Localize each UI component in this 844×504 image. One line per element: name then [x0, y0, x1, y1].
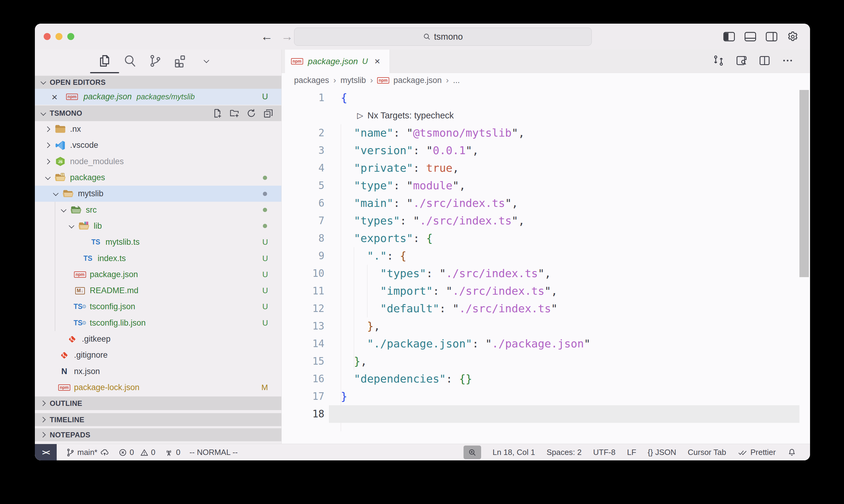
- refresh-icon[interactable]: [246, 108, 257, 119]
- double-check-icon: [738, 448, 748, 457]
- macos-maximize-button[interactable]: [67, 33, 74, 40]
- tree-item-package-json[interactable]: npmpackage.jsonU: [35, 267, 281, 283]
- chevron-right-icon[interactable]: [45, 159, 50, 164]
- navigate-back-button[interactable]: ←: [261, 30, 273, 43]
- code-line-11[interactable]: 11 "import": "./src/index.ts",: [282, 282, 799, 300]
- notifications-bell-icon[interactable]: [787, 448, 796, 457]
- navigate-forward-button[interactable]: →: [281, 30, 293, 43]
- code-line-16[interactable]: 16 "dependencies": {}: [282, 370, 799, 388]
- open-editors-header[interactable]: OPEN EDITORS: [35, 76, 281, 89]
- sidebar: OPEN EDITORS × npm package.json packages…: [35, 50, 282, 444]
- tree-item--gitignore[interactable]: .gitignore: [35, 347, 281, 363]
- toggle-secondary-sidebar-icon[interactable]: [765, 31, 778, 42]
- git-branch-item[interactable]: main*: [66, 448, 109, 457]
- code-line-12[interactable]: 12 "default": "./src/index.ts": [282, 300, 799, 318]
- formatter-item[interactable]: Prettier: [738, 448, 776, 457]
- extensions-icon[interactable]: [173, 54, 187, 68]
- code-line-9[interactable]: 9 ".": {: [282, 247, 799, 265]
- eol-item[interactable]: LF: [627, 448, 636, 457]
- zoom-indicator-button[interactable]: [464, 446, 481, 459]
- line-number: 1: [282, 89, 324, 107]
- tree-item-package-lock-json[interactable]: npmpackage-lock.jsonM: [35, 379, 281, 396]
- tree-item-index-ts[interactable]: TSindex.tsU: [35, 250, 281, 266]
- ts-icon: TS: [89, 238, 102, 246]
- chevron-right-icon: [40, 417, 46, 422]
- settings-gear-icon[interactable]: [787, 30, 799, 43]
- tree-item--vscode[interactable]: .vscode: [35, 137, 281, 153]
- chevron-down-icon[interactable]: [45, 175, 51, 180]
- line-content: }: [341, 388, 347, 405]
- run-target-icon[interactable]: ▷: [357, 111, 363, 120]
- code-area[interactable]: 1{▷Nx Targets: typecheck2 "name": "@tsmo…: [282, 50, 810, 444]
- vim-mode-indicator[interactable]: -- NORMAL --: [189, 448, 238, 457]
- code-line-15[interactable]: 15 },: [282, 353, 799, 370]
- activity-more-chevron-icon[interactable]: [204, 57, 209, 63]
- line-content: "import": "./src/index.ts",: [341, 282, 557, 300]
- code-line-2[interactable]: 2 "name": "@tsmono/mytslib",: [282, 124, 799, 142]
- outline-section-header[interactable]: OUTLINE: [35, 396, 281, 410]
- tree-item-node-modules[interactable]: JSnode_modules: [35, 154, 281, 169]
- open-editor-item[interactable]: × npm package.json packages/mytslib U: [35, 89, 281, 105]
- new-file-icon[interactable]: [212, 108, 223, 119]
- explorer-files-icon[interactable]: [98, 54, 111, 68]
- encoding-item[interactable]: UTF-8: [593, 448, 616, 457]
- code-line-8[interactable]: 8 "exports": {: [282, 230, 799, 247]
- macos-minimize-button[interactable]: [55, 33, 63, 40]
- source-control-icon[interactable]: [148, 54, 162, 68]
- close-editor-icon[interactable]: ×: [52, 92, 57, 102]
- code-line-13[interactable]: 13 },: [282, 318, 799, 335]
- command-center-search[interactable]: tsmono: [294, 28, 592, 46]
- chevron-right-icon[interactable]: [45, 126, 50, 132]
- warning-count: 0: [151, 448, 155, 457]
- timeline-section-header[interactable]: TIMELINE: [35, 413, 281, 426]
- tree-item-nx-json[interactable]: Nnx.json: [35, 363, 281, 379]
- tree-item-tsconfig-lib-json[interactable]: TS⚙tsconfig.lib.jsonU: [35, 315, 281, 331]
- tree-item--gitkeep[interactable]: .gitkeep: [35, 331, 281, 347]
- code-line-3[interactable]: 3 "version": "0.0.1",: [282, 142, 799, 159]
- codelens-nx-targets[interactable]: ▷Nx Targets: typecheck: [357, 107, 781, 124]
- cursor-tab-item[interactable]: Cursor Tab: [688, 448, 726, 457]
- line-number: 11: [282, 282, 324, 300]
- chevron-right-icon: [40, 432, 46, 437]
- remote-indicator-button[interactable]: ><: [35, 444, 57, 461]
- tree-item-label: src: [86, 205, 97, 215]
- tree-item-packages[interactable]: packages: [35, 169, 281, 186]
- explorer-section-header[interactable]: TSMONO: [35, 105, 281, 121]
- code-line-7[interactable]: 7 "types": "./src/index.ts",: [282, 212, 799, 230]
- tree-item-mytslib-ts[interactable]: TSmytslib.tsU: [35, 234, 281, 250]
- tree-item--nx[interactable]: .nx: [35, 121, 281, 137]
- code-line-10[interactable]: 10 "types": "./src/index.ts",: [282, 265, 799, 282]
- code-line-5[interactable]: 5 "type": "module",: [282, 177, 799, 195]
- toggle-panel-icon[interactable]: [744, 31, 757, 42]
- tree-item-label: tsconfig.json: [90, 302, 135, 311]
- tree-item-tsconfig-json[interactable]: TS⚙tsconfig.jsonU: [35, 299, 281, 315]
- notepads-section-header[interactable]: NOTEPADS: [35, 428, 281, 441]
- code-line-17[interactable]: 17}: [282, 388, 799, 405]
- code-line-14[interactable]: 14 "./package.json": "./package.json": [282, 335, 799, 353]
- tree-item-mytslib[interactable]: mytslib: [35, 186, 281, 202]
- cursor-position-item[interactable]: Ln 18, Col 1: [493, 448, 535, 457]
- macos-close-button[interactable]: [44, 33, 51, 40]
- ports-item[interactable]: 0: [164, 448, 180, 457]
- collapse-all-icon[interactable]: [263, 108, 273, 119]
- code-line-4[interactable]: 4 "private": true,: [282, 159, 799, 177]
- chevron-down-icon[interactable]: [69, 223, 74, 228]
- chevron-down-icon[interactable]: [53, 191, 58, 196]
- problems-item[interactable]: 0 0: [119, 448, 155, 457]
- tree-item-src[interactable]: src: [35, 202, 281, 218]
- chevron-right-icon[interactable]: [45, 143, 50, 148]
- toggle-primary-sidebar-icon[interactable]: [723, 31, 736, 42]
- line-number: 14: [282, 335, 324, 353]
- code-line-1[interactable]: 1{: [282, 89, 799, 107]
- code-line-18[interactable]: 18: [282, 405, 799, 423]
- scrollbar-thumb[interactable]: [799, 90, 809, 277]
- tree-item-readme-md[interactable]: M↓README.mdU: [35, 283, 281, 299]
- new-folder-icon[interactable]: [229, 108, 240, 119]
- code-line-6[interactable]: 6 "main": "./src/index.ts",: [282, 195, 799, 212]
- language-mode-item[interactable]: {} JSON: [648, 448, 676, 457]
- search-panel-icon[interactable]: [123, 54, 137, 68]
- chevron-down-icon[interactable]: [61, 207, 66, 212]
- indentation-item[interactable]: Spaces: 2: [547, 448, 582, 457]
- line-number: 4: [282, 159, 324, 177]
- tree-item-lib[interactable]: lib: [35, 218, 281, 234]
